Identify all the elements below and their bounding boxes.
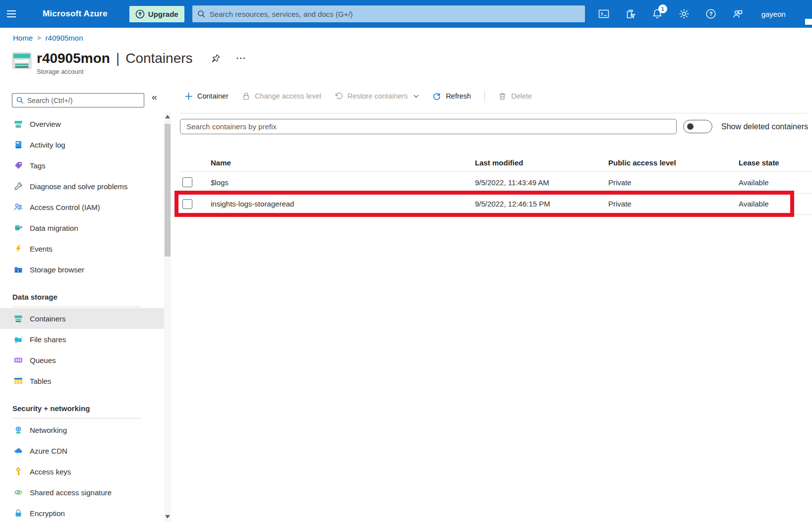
sidebar-item-queues[interactable]: Queues	[0, 350, 164, 370]
table-row-logs[interactable]: $logs 9/5/2022, 11:43:49 AM Private Avai…	[180, 171, 812, 193]
file-shares-icon	[14, 335, 23, 344]
section-divider	[12, 307, 141, 307]
sidebar-scrollbar[interactable]	[164, 111, 171, 522]
column-header-lease-state[interactable]: Lease state	[739, 158, 812, 167]
table-header-row: Name Last modified Public access level L…	[180, 154, 812, 171]
sidebar-item-azure-cdn[interactable]: Azure CDN	[0, 440, 164, 461]
sidebar-item-label: Overview	[30, 120, 61, 128]
settings-gear-icon[interactable]	[678, 8, 690, 20]
row-checkbox[interactable]	[182, 177, 192, 187]
sidebar-item-tags[interactable]: Tags	[0, 155, 164, 176]
show-deleted-toggle[interactable]	[683, 120, 712, 133]
container-name[interactable]: insights-logs-storageread	[211, 200, 475, 208]
notifications-bell-icon[interactable]: 1	[651, 8, 663, 20]
sidebar-item-networking[interactable]: Networking	[0, 419, 164, 440]
sidebar-item-label: Containers	[30, 314, 66, 323]
sidebar-item-label: Tables	[30, 377, 51, 385]
change-access-level-label: Change access level	[255, 92, 321, 100]
sidebar-item-data-migration[interactable]: Data migration	[0, 217, 164, 238]
section-header-security-networking: Security + networking	[0, 391, 164, 416]
sidebar-item-access-control[interactable]: Access Control (IAM)	[0, 197, 164, 217]
container-prefix-search-input[interactable]	[186, 122, 670, 131]
sidebar-item-label: Azure CDN	[30, 447, 67, 455]
storage-browser-icon	[14, 265, 23, 274]
container-last-modified: 9/5/2022, 11:43:49 AM	[475, 178, 608, 187]
sidebar-item-tables[interactable]: Tables	[0, 370, 164, 391]
global-search-input[interactable]	[210, 10, 580, 18]
table-row-insights-logs-storageread[interactable]: insights-logs-storageread 9/5/2022, 12:4…	[180, 193, 812, 215]
access-keys-icon	[14, 467, 23, 476]
row-checkbox[interactable]	[182, 199, 192, 209]
container-name[interactable]: $logs	[211, 178, 475, 187]
username-label[interactable]: gayeon	[761, 10, 786, 18]
breadcrumb-home-link[interactable]: Home	[13, 34, 33, 42]
refresh-icon	[432, 92, 441, 101]
feedback-icon[interactable]	[732, 8, 744, 20]
lock-icon	[242, 92, 250, 101]
sidebar-item-encryption[interactable]: Encryption	[0, 503, 164, 522]
more-options-icon[interactable]: ···	[236, 53, 246, 63]
svg-text:?: ?	[709, 11, 712, 17]
scroll-down-icon[interactable]	[165, 515, 170, 519]
hamburger-menu-icon[interactable]	[0, 0, 23, 28]
tables-icon	[14, 376, 23, 385]
sidebar-item-label: Encryption	[30, 509, 65, 518]
delete-label: Delete	[511, 92, 532, 100]
topbar-icon-group: 1 ?	[598, 8, 744, 20]
toolbar-divider	[484, 91, 485, 102]
sidebar-item-overview[interactable]: Overview	[0, 113, 164, 134]
column-header-name[interactable]: Name	[211, 158, 475, 167]
container-lease-state: Available	[739, 178, 812, 187]
sidebar-item-label: Tags	[30, 161, 46, 170]
sidebar-item-containers[interactable]: Containers	[0, 308, 164, 329]
cloud-shell-icon[interactable]	[598, 8, 610, 20]
pin-icon[interactable]	[211, 53, 221, 63]
restore-containers-button[interactable]: Restore containers	[335, 92, 419, 101]
shared-access-signature-icon	[14, 488, 23, 497]
scroll-up-icon[interactable]	[165, 115, 170, 118]
collapse-sidebar-icon[interactable]: «	[152, 92, 157, 103]
search-icon	[197, 10, 206, 18]
sidebar-search-input[interactable]	[27, 97, 140, 104]
upgrade-arrow-icon	[135, 9, 145, 19]
sidebar-item-events[interactable]: Events	[0, 238, 164, 259]
chevron-down-icon	[413, 95, 419, 98]
refresh-button[interactable]: Refresh	[432, 92, 471, 101]
delete-button[interactable]: Delete	[498, 92, 532, 101]
sidebar-item-label: Activity log	[30, 141, 65, 149]
column-header-public-access[interactable]: Public access level	[608, 158, 739, 167]
sidebar-item-shared-access-signature[interactable]: Shared access signature	[0, 482, 164, 503]
data-migration-icon	[14, 223, 23, 232]
sidebar-item-access-keys[interactable]: Access keys	[0, 461, 164, 482]
containers-icon	[14, 314, 23, 323]
sidebar-item-label: Events	[30, 245, 53, 253]
azure-brand[interactable]: Microsoft Azure	[43, 9, 108, 19]
sidebar-search-box[interactable]	[12, 93, 144, 107]
resource-name: r40905mon	[37, 51, 110, 66]
events-lightning-icon	[14, 244, 23, 253]
add-container-button[interactable]: Container	[184, 92, 229, 101]
directory-filter-icon[interactable]	[625, 8, 637, 20]
search-icon	[16, 97, 24, 104]
sidebar-item-diagnose[interactable]: Diagnose and solve problems	[0, 176, 164, 197]
help-icon[interactable]: ?	[705, 8, 717, 20]
resource-type-label: Storage account	[37, 68, 246, 75]
sidebar-item-label: Shared access signature	[30, 488, 112, 497]
table-bottom-divider	[180, 214, 812, 215]
container-prefix-search[interactable]	[180, 119, 677, 134]
breadcrumb-current-link[interactable]: r40905mon	[46, 34, 83, 42]
column-header-last-modified[interactable]: Last modified	[475, 158, 608, 167]
global-search-bar[interactable]	[192, 5, 585, 22]
breadcrumb: Home > r40905mon	[13, 34, 83, 42]
sidebar-item-label: Access Control (IAM)	[30, 203, 100, 211]
sidebar-item-activity-log[interactable]: Activity log	[0, 134, 164, 155]
sidebar-item-label: Diagnose and solve problems	[30, 182, 128, 191]
sidebar-item-file-shares[interactable]: File shares	[0, 329, 164, 350]
scrollbar-thumb[interactable]	[165, 124, 171, 257]
container-public-access: Private	[608, 178, 739, 187]
change-access-level-button[interactable]: Change access level	[242, 92, 321, 101]
toolbar-bottom-divider	[180, 113, 807, 113]
upgrade-button[interactable]: Upgrade	[129, 6, 184, 22]
container-lease-state: Available	[739, 200, 812, 208]
sidebar-item-storage-browser[interactable]: Storage browser	[0, 259, 164, 280]
